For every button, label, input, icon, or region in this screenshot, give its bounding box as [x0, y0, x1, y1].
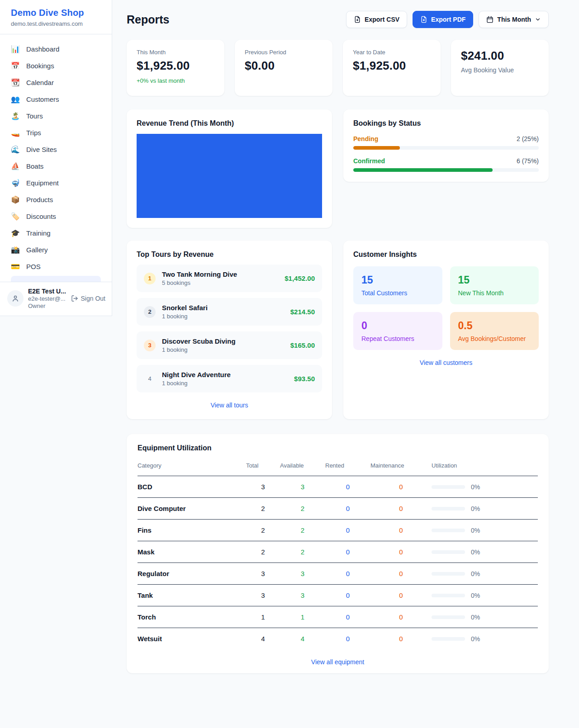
stat-card-year-to-date: Year to Date $1,925.00: [343, 40, 441, 96]
cell-maintenance: 0: [370, 606, 432, 628]
sidebar-item-boats[interactable]: ⛵ Boats: [5, 158, 106, 175]
period-label: This Month: [497, 16, 531, 23]
sidebar-item-equipment[interactable]: 🤿 Equipment: [5, 175, 106, 191]
tour-row: 1 Two Tank Morning Dive 5 bookings $1,45…: [137, 265, 322, 292]
table-row: Wetsuit 4 4 0 0 0%: [138, 628, 538, 650]
sidebar-item-products[interactable]: 📦 Products: [5, 191, 106, 208]
shop-header: Demo Dive Shop demo.test.divestreams.com: [0, 0, 112, 34]
cell-maintenance: 0: [370, 585, 432, 606]
utilization-percent: 0%: [471, 614, 480, 621]
sidebar-item-pos[interactable]: 💳 POS: [5, 258, 106, 275]
rank-badge: 4: [144, 373, 156, 385]
sidebar-nav: 📊 Dashboard 📅 Bookings 📆 Calendar 👥 Cust…: [0, 34, 112, 282]
utilization-percent: 0%: [471, 548, 480, 556]
cell-maintenance: 0: [370, 498, 432, 520]
cell-maintenance: 0: [370, 563, 432, 585]
tour-name: Night Dive Adventure: [162, 371, 231, 378]
utilization-cell: 0%: [432, 548, 538, 556]
cell-total: 2: [246, 541, 280, 563]
sidebar-item-label: Equipment: [26, 179, 59, 187]
period-dropdown[interactable]: This Month: [479, 11, 549, 28]
cell-category: Wetsuit: [138, 628, 246, 650]
sign-out-button[interactable]: Sign Out: [71, 295, 105, 302]
sidebar-item-label: Boats: [26, 162, 43, 170]
tile-repeat-customers: 0 Repeat Customers: [353, 312, 442, 350]
utilization-cell: 0%: [432, 527, 538, 534]
user-email: e2e-tester@...: [28, 295, 66, 302]
tour-revenue: $93.50: [294, 375, 315, 383]
insights-tiles: 15 Total Customers 15 New This Month 0 R…: [353, 266, 539, 350]
shop-domain: demo.test.divestreams.com: [11, 20, 101, 27]
cell-total: 4: [246, 628, 280, 650]
tour-revenue: $1,452.00: [285, 274, 315, 282]
sidebar-item-trips[interactable]: 🚤 Trips: [5, 124, 106, 141]
user-name: E2E Test U...: [28, 288, 66, 295]
cell-rented: 0: [325, 498, 370, 520]
stat-value: $1,925.00: [353, 59, 431, 73]
status-row-pending: Pending 2 (25%): [353, 135, 539, 150]
top-tours-card: Top Tours by Revenue 1 Two Tank Morning …: [127, 241, 332, 419]
bookings-status-title: Bookings by Status: [353, 119, 539, 128]
export-pdf-button[interactable]: Export PDF: [413, 11, 473, 28]
cell-category: BCD: [138, 476, 246, 498]
cell-total: 2: [246, 498, 280, 520]
sidebar-item-gallery[interactable]: 📸 Gallery: [5, 241, 106, 258]
tile-value: 0.5: [458, 320, 531, 332]
sidebar-item-tours[interactable]: 🏝️ Tours: [5, 108, 106, 124]
sidebar-item-dive-sites[interactable]: 🌊 Dive Sites: [5, 141, 106, 158]
cell-rented: 0: [325, 563, 370, 585]
export-csv-button[interactable]: Export CSV: [346, 11, 407, 28]
status-label-pending: Pending: [353, 135, 378, 142]
progress-fill-confirmed: [353, 168, 493, 172]
file-download-icon: [354, 16, 361, 23]
cell-category: Tank: [138, 585, 246, 606]
rank-badge: 3: [144, 340, 156, 351]
cell-category: Torch: [138, 606, 246, 628]
sidebar-item-label: Calendar: [26, 79, 54, 86]
sidebar-item-label: Dashboard: [26, 45, 59, 53]
table-header-row: Category Total Available Rented Maintena…: [138, 458, 538, 476]
dive-sites-icon: 🌊: [11, 146, 20, 153]
tile-label: New This Month: [458, 289, 531, 297]
sidebar-item-dashboard[interactable]: 📊 Dashboard: [5, 41, 106, 57]
progress-fill-pending: [353, 146, 400, 150]
utilization-cell: 0%: [432, 614, 538, 621]
utilization-percent: 0%: [471, 592, 480, 599]
sidebar-item-bookings[interactable]: 📅 Bookings: [5, 57, 106, 74]
cell-maintenance: 0: [370, 476, 432, 498]
utilization-percent: 0%: [471, 527, 480, 534]
sidebar-item-customers[interactable]: 👥 Customers: [5, 91, 106, 108]
middle-row: Top Tours by Revenue 1 Two Tank Morning …: [127, 241, 549, 419]
cell-total: 3: [246, 476, 280, 498]
cell-rented: 0: [325, 520, 370, 541]
cell-available: 2: [280, 498, 325, 520]
column-header-rented: Rented: [325, 458, 370, 476]
sidebar-item-discounts[interactable]: 🏷️ Discounts: [5, 208, 106, 225]
column-header-maintenance: Maintenance: [370, 458, 432, 476]
table-row: Regulator 3 3 0 0 0%: [138, 563, 538, 585]
page-header: Reports Export CSV Export PDF This Month: [127, 11, 549, 28]
view-all-customers-link[interactable]: View all customers: [420, 359, 472, 366]
sidebar-item-calendar[interactable]: 📆 Calendar: [5, 74, 106, 91]
view-all-tours-link[interactable]: View all tours: [210, 402, 248, 409]
cell-rented: 0: [325, 541, 370, 563]
sidebar-item-label: Tours: [26, 112, 43, 120]
boats-icon: ⛵: [11, 163, 20, 170]
revenue-trend-title: Revenue Trend (This Month): [137, 119, 322, 128]
bookings-status-card: Bookings by Status Pending 2 (25%) Confi…: [343, 109, 549, 182]
cell-total: 3: [246, 585, 280, 606]
stat-card-avg-booking-value: $241.00 Avg Booking Value: [451, 40, 549, 96]
customers-icon: 👥: [11, 96, 20, 103]
sidebar-item-label: Gallery: [26, 246, 48, 254]
sidebar-item-label: Dive Sites: [26, 146, 57, 153]
rank-badge: 2: [144, 306, 156, 318]
tile-label: Avg Bookings/Customer: [458, 335, 531, 342]
view-all-equipment-link[interactable]: View all equipment: [311, 658, 364, 666]
file-download-icon: [420, 16, 427, 23]
cell-rented: 0: [325, 628, 370, 650]
sign-out-icon: [71, 295, 78, 302]
utilization-cell: 0%: [432, 635, 538, 643]
tour-bookings: 5 bookings: [162, 279, 237, 286]
sidebar-item-reports-partial[interactable]: [11, 276, 101, 282]
sidebar-item-training[interactable]: 🎓 Training: [5, 225, 106, 241]
